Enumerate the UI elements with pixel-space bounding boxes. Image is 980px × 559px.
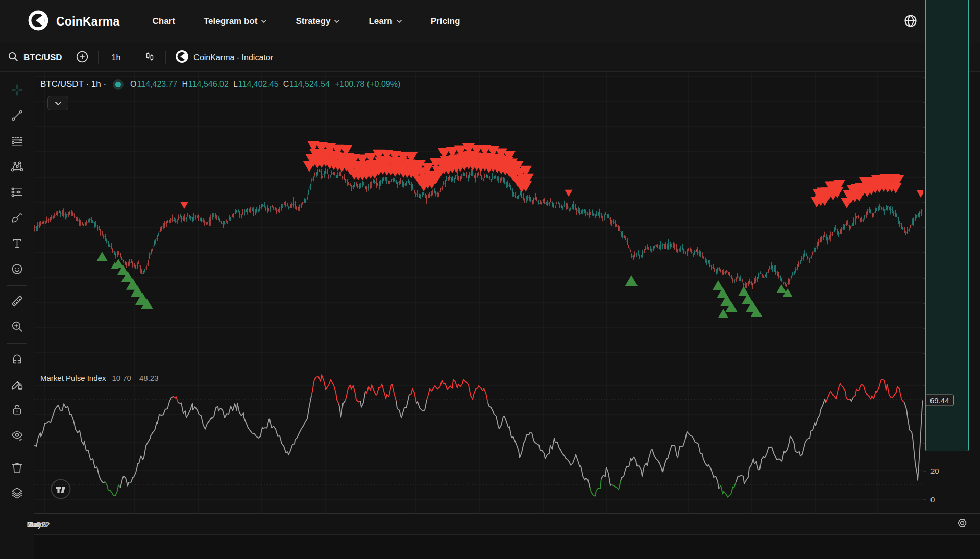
tool-draw-lock-button[interactable]: [6, 372, 28, 398]
symbol-toolbar: BTC/USD 1h CoinKarma - I: [0, 43, 980, 72]
legend-symbol[interactable]: BTC/USDT · 1h ·: [40, 79, 106, 89]
toolbar-divider: [7, 343, 27, 344]
gear-hex-icon: [956, 517, 969, 531]
tool-magnet-button[interactable]: [6, 347, 28, 372]
indicator-name: CoinKarma - Indicator: [193, 53, 273, 62]
price-axis[interactable]: 88,000.0084,000.0080,000.0076,000.0072,0…: [923, 72, 980, 534]
ohlc-key: H: [182, 80, 188, 88]
emoji-icon: [10, 262, 24, 277]
brand[interactable]: CoinKarma: [28, 10, 120, 33]
main-area: BTC/USDT · 1h · O114,423.77H114,546.02L1…: [0, 72, 980, 559]
drawing-toolbar: [0, 72, 34, 559]
toolbar-separator: [165, 51, 166, 64]
nav-item-label: Pricing: [431, 16, 460, 27]
text-icon: [10, 236, 24, 252]
interval-button[interactable]: 1h: [108, 53, 125, 62]
lock-icon: [10, 403, 24, 418]
chevron-down-icon: [55, 100, 62, 107]
tool-eye-button[interactable]: [6, 423, 28, 449]
chevron-down-icon: [396, 19, 402, 23]
multi-lines-icon: [10, 134, 24, 150]
status-dot-icon: [115, 82, 121, 87]
long-position-icon: [10, 185, 24, 201]
tool-text-button[interactable]: [6, 231, 28, 257]
nav-item-telegram-bot[interactable]: Telegram bot: [204, 16, 267, 27]
eye-icon: [10, 428, 24, 444]
ohlc-item: C114,524.54: [283, 80, 330, 89]
draw-lock-icon: [10, 377, 24, 393]
ohlc-item: H114,546.02: [182, 80, 228, 89]
ohlc-value: 114,423.77: [137, 80, 178, 88]
chart-canvas[interactable]: [34, 72, 923, 513]
tool-long-position-button[interactable]: [6, 180, 28, 206]
ohlc-value: 114,524.54: [289, 80, 330, 88]
candlestick-icon: [143, 50, 156, 65]
time-axis[interactable]: 21May81522Jun81522Jul81522: [34, 513, 980, 534]
tool-crosshair-button[interactable]: [6, 78, 28, 104]
chevron-down-icon: [261, 19, 267, 23]
brush-icon: [10, 211, 24, 226]
ruler-icon: [10, 294, 24, 309]
indicator-axis-label: 0: [930, 495, 935, 504]
trend-line-icon: [10, 109, 24, 124]
tool-emoji-button[interactable]: [6, 257, 28, 282]
toolbar-divider: [7, 285, 27, 286]
ohlc-key: L: [233, 80, 238, 88]
ohlc-key: C: [283, 80, 289, 88]
indicator-chip[interactable]: CoinKarma - Indicator: [175, 50, 273, 65]
compare-button[interactable]: [76, 50, 89, 65]
tool-brush-button[interactable]: [6, 206, 28, 231]
ohlc-value: 114,402.45: [238, 80, 279, 88]
toolbar-separator: [134, 51, 134, 64]
tradingview-logo-icon[interactable]: [51, 479, 71, 499]
coinkarma-logo-icon: [28, 10, 49, 33]
indicator-legend: Market Pulse Index 10 70 48.23: [40, 374, 159, 382]
time-axis-label: 22: [41, 520, 50, 528]
symbol-search[interactable]: BTC/USD: [7, 51, 62, 64]
current-indicator-tag: 69.44: [925, 395, 954, 406]
top-nav: CoinKarma ChartTelegram botStrategyLearn…: [0, 0, 980, 43]
tool-multi-lines-button[interactable]: [6, 129, 28, 155]
legend-change: +100.78 (+0.09%): [335, 80, 400, 89]
ohlc-values: O114,423.77H114,546.02L114,402.45C114,52…: [130, 80, 330, 89]
indicator-title[interactable]: Market Pulse Index: [40, 374, 106, 382]
chevron-down-icon: [334, 19, 340, 23]
ohlc-item: O114,423.77: [130, 80, 177, 89]
interval-value: 1h: [108, 53, 125, 62]
trash-icon: [10, 460, 24, 476]
plus-circle-icon: [76, 50, 89, 65]
chart-style-button[interactable]: [143, 50, 156, 65]
bottom-strip: [34, 534, 980, 559]
nav-item-label: Strategy: [296, 16, 330, 27]
tool-layers-button[interactable]: [6, 481, 28, 506]
globe-icon: [903, 14, 918, 30]
tool-zoom-in-button[interactable]: [6, 314, 28, 340]
tool-lock-button[interactable]: [6, 398, 28, 423]
main-nav: ChartTelegram botStrategyLearnPricing: [153, 16, 460, 27]
nav-item-pricing[interactable]: Pricing: [431, 16, 460, 27]
pane-divider[interactable]: [34, 369, 980, 369]
indicator-value: 48.23: [139, 374, 159, 382]
nav-item-learn[interactable]: Learn: [369, 16, 402, 27]
symbol-legend: BTC/USDT · 1h · O114,423.77H114,546.02L1…: [40, 79, 400, 89]
brand-name: CoinKarma: [56, 15, 120, 29]
current-price-tag: 67,062.01: [925, 0, 969, 451]
nav-item-label: Learn: [369, 16, 392, 27]
tool-trend-line-button[interactable]: [6, 104, 28, 129]
ohlc-key: O: [130, 80, 136, 88]
timezone-settings-button[interactable]: [956, 517, 969, 531]
nav-item-label: Chart: [153, 16, 175, 27]
language-globe-button[interactable]: [903, 14, 918, 30]
tool-trash-button[interactable]: [6, 455, 28, 481]
zoom-in-icon: [10, 320, 24, 335]
xabcd-pattern-icon: [10, 160, 24, 175]
tool-ruler-button[interactable]: [6, 289, 28, 314]
indicator-params: 10 70: [112, 374, 131, 382]
legend-expand-button[interactable]: [47, 96, 68, 110]
nav-item-strategy[interactable]: Strategy: [296, 16, 340, 27]
chart-region: BTC/USDT · 1h · O114,423.77H114,546.02L1…: [34, 72, 980, 559]
ohlc-value: 114,546.02: [188, 80, 229, 88]
symbol-name: BTC/USD: [23, 53, 62, 63]
nav-item-chart[interactable]: Chart: [153, 16, 175, 27]
tool-xabcd-pattern-button[interactable]: [6, 155, 28, 180]
